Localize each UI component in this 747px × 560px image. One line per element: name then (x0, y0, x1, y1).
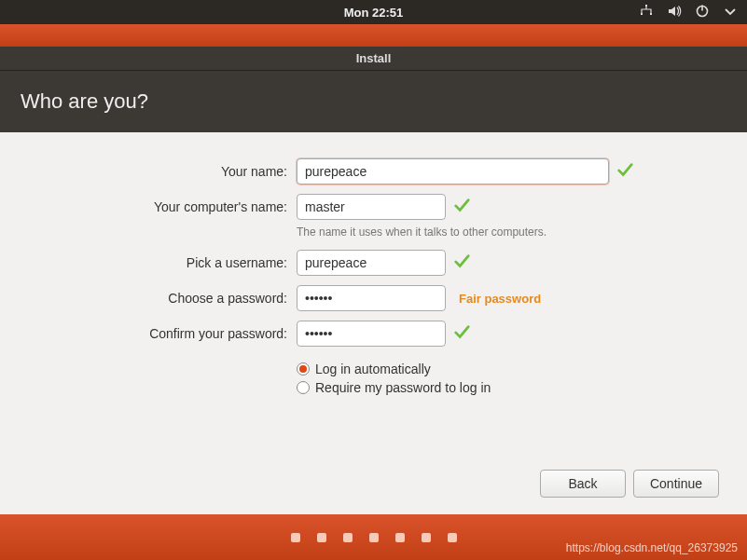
radio-login-automatically[interactable]: Log in automatically (297, 362, 719, 376)
password-input[interactable] (297, 285, 446, 311)
hostname-hint: The name it uses when it talks to other … (297, 225, 546, 239)
page-title: Who are you? (21, 89, 148, 114)
name-input[interactable] (297, 158, 609, 184)
progress-dot (317, 533, 326, 542)
decorative-strip (0, 24, 747, 47)
name-label: Your name: (28, 164, 289, 179)
radio-label: Require my password to log in (315, 380, 491, 395)
check-icon (616, 161, 633, 182)
progress-dot (369, 533, 379, 542)
hostname-input[interactable] (297, 194, 446, 220)
radio-require-password[interactable]: Require my password to log in (297, 380, 719, 395)
svg-rect-1 (641, 13, 643, 15)
radio-icon (297, 362, 310, 376)
window-title-bar: Install (0, 47, 747, 71)
power-icon[interactable] (695, 4, 710, 21)
radio-label: Log in automatically (315, 362, 431, 376)
check-icon (453, 197, 470, 217)
page-header: Who are you? (0, 71, 747, 132)
confirm-label: Confirm your password: (28, 326, 289, 341)
progress-dot (291, 533, 300, 542)
svg-rect-2 (650, 13, 652, 15)
watermark: https://blog.csdn.net/qq_26373925 (566, 541, 738, 554)
indicator-tray (639, 0, 738, 24)
progress-dot (343, 533, 353, 542)
check-icon (453, 253, 470, 273)
progress-dot (422, 533, 431, 542)
progress-dot (448, 533, 457, 542)
progress-dot (395, 533, 405, 542)
svg-rect-0 (645, 5, 647, 7)
svg-rect-4 (701, 5, 703, 10)
form-area: Your name: Your computer's name: The nam… (0, 132, 747, 514)
sound-icon[interactable] (667, 4, 682, 21)
system-top-bar: Mon 22:51 (0, 0, 747, 24)
network-icon[interactable] (639, 4, 654, 21)
back-button[interactable]: Back (540, 470, 626, 498)
username-label: Pick a username: (28, 255, 289, 270)
confirm-password-input[interactable] (297, 321, 446, 347)
progress-dots: https://blog.csdn.net/qq_26373925 (0, 514, 747, 560)
clock: Mon 22:51 (344, 6, 404, 20)
password-strength: Fair password (459, 292, 541, 306)
username-input[interactable] (297, 250, 446, 276)
radio-icon (297, 381, 310, 394)
continue-button[interactable]: Continue (633, 470, 719, 498)
chevron-down-icon[interactable] (723, 4, 738, 21)
password-label: Choose a password: (28, 291, 289, 306)
hostname-label: Your computer's name: (28, 199, 289, 214)
check-icon (453, 323, 470, 344)
window-title: Install (356, 51, 392, 65)
